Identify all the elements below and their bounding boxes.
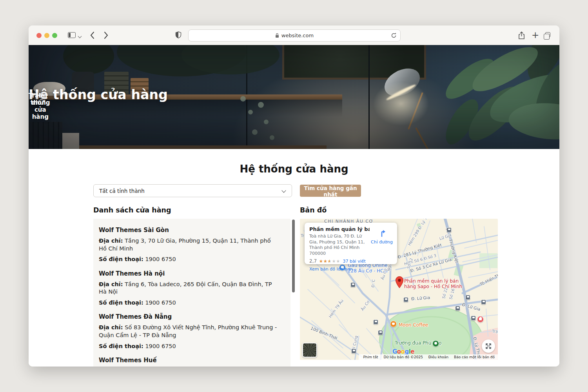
find-nearest-store-button[interactable]: Tìm cửa hàng gần nhất — [300, 185, 361, 197]
lodging-poi-icon[interactable] — [477, 316, 484, 323]
page-content: Hệ thống cửa hàng Tất cả tỉnh thành Tìm … — [29, 149, 559, 367]
fullscreen-button[interactable] — [482, 339, 495, 353]
close-window-button[interactable] — [36, 33, 42, 38]
store-phone: Số điện thoại: 1900 6750 — [99, 299, 277, 307]
sidebar-toggle-icon[interactable] — [68, 32, 76, 38]
park-poi-icon[interactable] — [432, 340, 439, 347]
chevron-down-icon[interactable] — [78, 34, 82, 38]
bus-stop-icon — [350, 282, 356, 287]
directions-link[interactable]: Chỉ đường — [370, 240, 394, 245]
store-address: Địa chỉ: Số 83 Đường Xô Viết Nghệ Tĩnh, … — [99, 324, 277, 339]
new-tab-icon[interactable]: + — [532, 30, 539, 40]
breadcrumb-current: Hệ thống cửa hàng — [31, 92, 50, 120]
map[interactable]: CHI NHÁNH ÂU CƠTrGấu Bông Online228 Âu C… — [300, 219, 498, 360]
map-card-address: Toà nhà Lữ Gia, 70 Đ. Lữ Gia, Phường 15,… — [309, 234, 370, 256]
store-name: Wolf Themes Hà nội — [99, 270, 277, 277]
store-list-item: Wolf Themes Hà nộiĐịa chỉ: Tầng 6, Tòa L… — [99, 270, 277, 307]
map-label: Phần mềm quản lý bán — [404, 278, 459, 284]
back-button[interactable] — [90, 31, 95, 41]
map-label: Moon Coffee — [399, 322, 428, 328]
reviews-link[interactable]: 37 bài viết — [343, 259, 365, 264]
rating-stars: ★★★★★★★★★★ — [319, 259, 340, 263]
store-list: Wolf Themes Sài GònĐịa chỉ: Tầng 3, 70 L… — [93, 219, 290, 367]
map-label: Trạ — [492, 329, 498, 334]
map-pin-sapo[interactable] — [395, 276, 404, 290]
bus-stop-icon — [455, 306, 460, 311]
store-address: Địa chỉ: Tầng 3, 70 Lữ Gia, Phường 15, Q… — [99, 237, 277, 252]
forward-button[interactable] — [103, 31, 109, 41]
browser-toolbar: website.com + — [29, 25, 559, 45]
lock-icon — [275, 33, 279, 38]
map-attribution: Phím tắtDữ liệu bản đồ ©2025Điều khoảnBá… — [359, 354, 498, 360]
map-attribution-item[interactable]: Phím tắt — [363, 355, 378, 359]
bus-stop-icon — [481, 299, 486, 305]
bus-stop-icon — [471, 316, 476, 321]
bus-stop-icon — [446, 227, 452, 232]
hero-banner: Hệ thống cửa hàng Trang chủ/Hệ thống cửa… — [29, 45, 559, 149]
store-phone: Số điện thoại: 1900 6750 — [99, 343, 277, 350]
store-phone: Số điện thoại: 1900 6750 — [99, 256, 277, 263]
store-name: Wolf Themes Huế — [99, 357, 277, 364]
url-text: website.com — [281, 33, 314, 38]
coffee-poi-icon[interactable] — [390, 321, 397, 327]
store-list-item: Wolf Themes Sài GònĐịa chỉ: Tầng 3, 70 L… — [99, 227, 277, 263]
store-name: Wolf Themes Sài Gòn — [99, 227, 277, 234]
map-title: Bản đồ — [300, 206, 327, 214]
directions-icon[interactable] — [377, 232, 387, 240]
map-attribution-item: Dữ liệu bản đồ ©2025 — [383, 355, 423, 359]
store-list-item: Wolf Themes Đà NẵngĐịa chỉ: Số 83 Đường … — [99, 313, 277, 350]
bus-stop-icon — [351, 348, 356, 354]
tab-overview-icon[interactable] — [545, 32, 550, 37]
minimize-window-button[interactable] — [44, 33, 49, 38]
scrollbar-thumb[interactable] — [292, 220, 295, 292]
store-list-title: Danh sách cửa hàng — [93, 206, 171, 214]
share-icon[interactable] — [518, 31, 525, 42]
province-select[interactable]: Tất cả tỉnh thành — [93, 184, 292, 197]
chevron-down-icon — [281, 188, 286, 192]
satellite-view-toggle[interactable] — [302, 343, 317, 358]
map-attribution-item[interactable]: Báo cáo một lỗi bản đồ — [454, 355, 495, 359]
view-larger-map-link[interactable]: Xem bản đồ lớn hơn — [309, 267, 370, 272]
refresh-icon[interactable] — [390, 32, 397, 40]
section-title: Hệ thống cửa hàng — [29, 163, 559, 175]
province-select-value: Tất cả tỉnh thành — [99, 188, 145, 194]
map-info-card: Phần mềm quản lý bán hàng S... Toà nhà L… — [305, 223, 397, 264]
zoom-window-button[interactable] — [52, 33, 57, 38]
browser-window: website.com + — [29, 25, 559, 367]
map-attribution-item[interactable]: Điều khoản — [428, 355, 448, 359]
privacy-shield-icon[interactable] — [175, 31, 181, 41]
bus-stop-icon — [465, 295, 470, 300]
map-label: Đ. C — [371, 279, 376, 288]
bus-stop-icon — [373, 319, 378, 325]
map-card-title: Phần mềm quản lý bán hàng S... — [309, 226, 370, 232]
store-list-item: Wolf Themes HuếĐịa chỉ: Số 06, Đường số … — [99, 357, 277, 367]
rating-value: 2,7 — [309, 258, 317, 264]
bus-stop-icon — [378, 330, 383, 335]
store-name: Wolf Themes Đà Nẵng — [99, 313, 277, 320]
map-label: Tr — [301, 234, 304, 238]
address-bar[interactable]: website.com — [188, 29, 401, 42]
store-address: Địa chỉ: Tầng 6, Tòa Ladeco, 265 Đội Cấn… — [99, 281, 277, 296]
bus-stop-icon — [403, 297, 408, 302]
